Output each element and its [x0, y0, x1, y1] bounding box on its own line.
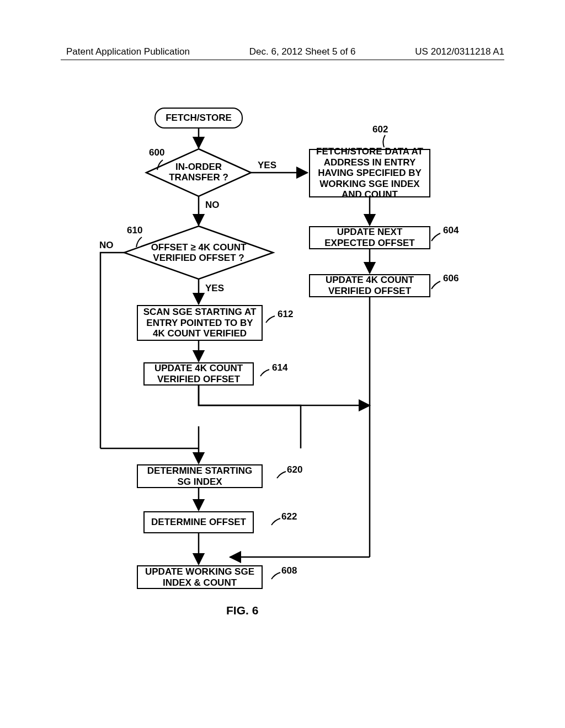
decision-600-text: IN-ORDER TRANSFER ? — [166, 162, 232, 183]
process-612: SCAN SGE STARTING AT ENTRY POINTED TO BY… — [137, 305, 263, 341]
ref-610: 610 — [127, 225, 142, 236]
ref-604: 604 — [443, 225, 459, 236]
ref-614: 614 — [272, 362, 287, 373]
decision-600-line1: IN-ORDER — [175, 162, 222, 172]
ref-622: 622 — [281, 511, 297, 522]
process-614: UPDATE 4K COUNT VERIFIED OFFSET — [143, 362, 254, 386]
process-608-label: UPDATE WORKING SGE INDEX & COUNT — [140, 566, 259, 588]
process-608: UPDATE WORKING SGE INDEX & COUNT — [137, 565, 263, 589]
flowchart-diagram: FETCH/STORE IN-ORDER TRANSFER ? OFFSET ≥… — [66, 108, 508, 631]
process-606: UPDATE 4K COUNT VERIFIED OFFSET — [309, 274, 430, 297]
header-rule — [61, 60, 504, 60]
header-right: US 2012/0311218 A1 — [415, 46, 504, 57]
terminator-label: FETCH/STORE — [166, 113, 232, 124]
terminator-start: FETCH/STORE — [154, 108, 243, 129]
figure-label: FIG. 6 — [226, 604, 258, 617]
edge-label-no-600: NO — [205, 200, 220, 211]
edge-label-yes-610: YES — [205, 283, 224, 294]
header-center: Dec. 6, 2012 Sheet 5 of 6 — [249, 46, 356, 57]
process-620: DETERMINE STARTING SG INDEX — [137, 464, 263, 488]
process-622: DETERMINE OFFSET — [143, 511, 254, 533]
ref-620: 620 — [287, 464, 302, 475]
process-612-label: SCAN SGE STARTING AT ENTRY POINTED TO BY… — [140, 307, 259, 339]
ref-606: 606 — [443, 273, 459, 284]
edge-label-no-610: NO — [99, 240, 114, 251]
edge-label-yes-600: YES — [258, 160, 276, 171]
ref-612: 612 — [278, 309, 293, 320]
ref-602: 602 — [372, 124, 388, 135]
page-header: Patent Application Publication Dec. 6, 2… — [0, 46, 565, 57]
ref-608: 608 — [281, 565, 297, 576]
header-left: Patent Application Publication — [66, 46, 190, 57]
decision-610-line2: VERIFIED OFFSET ? — [153, 253, 244, 263]
process-602-label: FETCH/STORE DATA AT ADDRESS IN ENTRY HAV… — [312, 146, 427, 200]
process-604-label: UPDATE NEXT EXPECTED OFFSET — [312, 227, 427, 248]
process-622-label: DETERMINE OFFSET — [151, 517, 246, 528]
decision-600-line2: TRANSFER ? — [169, 172, 228, 183]
decision-610-text: OFFSET ≥ 4K COUNT VERIFIED OFFSET ? — [146, 243, 251, 263]
decision-610-line1: OFFSET ≥ 4K COUNT — [151, 242, 247, 253]
process-614-label: UPDATE 4K COUNT VERIFIED OFFSET — [147, 363, 250, 384]
process-606-label: UPDATE 4K COUNT VERIFIED OFFSET — [312, 275, 427, 296]
process-620-label: DETERMINE STARTING SG INDEX — [140, 465, 259, 487]
ref-600: 600 — [149, 147, 164, 158]
process-604: UPDATE NEXT EXPECTED OFFSET — [309, 226, 430, 249]
process-602: FETCH/STORE DATA AT ADDRESS IN ENTRY HAV… — [309, 149, 430, 197]
